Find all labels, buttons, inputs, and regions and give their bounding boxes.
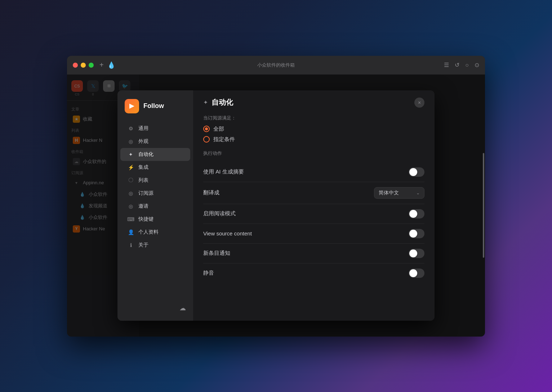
add-button[interactable]: + bbox=[99, 61, 104, 69]
about-icon: ℹ bbox=[128, 242, 134, 248]
app-window: + 💧 小众软件的收件箱 ☰ ↺ ○ ⊙ CS CS 𝕏 0 bbox=[67, 56, 485, 337]
circle-icon[interactable]: ○ bbox=[465, 62, 469, 68]
reader-mode-toggle[interactable] bbox=[409, 209, 424, 218]
radio-all-circle bbox=[203, 126, 210, 132]
action-section-title: 执行动作 bbox=[203, 150, 424, 157]
menu-icon[interactable]: ☰ bbox=[444, 62, 449, 68]
ai-summary-toggle[interactable] bbox=[409, 167, 424, 177]
modal-header: ✦ 自动化 × bbox=[193, 90, 435, 113]
modal-body: 当订阅源满足： 全部 指定条件 执行动作 bbox=[193, 113, 435, 321]
feeds-icon: ◎ bbox=[128, 190, 134, 197]
shortcuts-icon: ⌨ bbox=[128, 216, 134, 222]
app-body: CS CS 𝕏 0 ⊞ 🐦 文章 ★ 收藏 列表 bbox=[67, 75, 485, 337]
radio-all[interactable]: 全部 bbox=[203, 126, 424, 132]
app-name: Follow bbox=[143, 102, 164, 110]
new-item-notify-label: 新条目通知 bbox=[203, 250, 230, 257]
modal-nav-feeds[interactable]: ◎ 订阅源 bbox=[120, 187, 190, 200]
radio-specified-label: 指定条件 bbox=[213, 136, 235, 143]
new-item-notify-toggle[interactable] bbox=[409, 249, 424, 258]
modal-nav-appearance[interactable]: ◎ 外观 bbox=[120, 135, 190, 148]
ai-summary-label: 使用 AI 生成摘要 bbox=[203, 168, 244, 175]
radio-group: 全部 指定条件 bbox=[203, 126, 424, 143]
modal-nav-list[interactable]: 〇 列表 bbox=[120, 174, 190, 187]
drop-icon: 💧 bbox=[107, 61, 115, 69]
refresh-icon[interactable]: ↺ bbox=[455, 62, 459, 68]
cloud-sync-icon[interactable]: ☁ bbox=[179, 304, 186, 312]
modal-sidebar: Follow ⚙ 通用 ◎ 外观 ✦ 自动化 bbox=[117, 90, 193, 321]
mute-toggle[interactable] bbox=[409, 269, 424, 278]
setting-row-translate: 翻译成 简体中文 ⌄ bbox=[203, 182, 424, 204]
radio-all-label: 全部 bbox=[213, 126, 224, 132]
maximize-button[interactable] bbox=[89, 63, 94, 68]
setting-row-new-item-notify: 新条目通知 bbox=[203, 244, 424, 263]
modal-nav-general[interactable]: ⚙ 通用 bbox=[120, 122, 190, 135]
modal-sidebar-bottom: ☁ bbox=[117, 304, 193, 315]
automation-icon: ✦ bbox=[128, 151, 134, 158]
invite-icon: ◎ bbox=[128, 203, 134, 209]
view-source-toggle[interactable] bbox=[409, 229, 424, 238]
modal-title: 自动化 bbox=[212, 98, 233, 107]
appearance-icon: ◎ bbox=[128, 138, 134, 145]
modal-nav-shortcuts[interactable]: ⌨ 快捷键 bbox=[120, 213, 190, 226]
modal-title-icon: ✦ bbox=[203, 99, 208, 106]
title-bar: + 💧 小众软件的收件箱 ☰ ↺ ○ ⊙ bbox=[67, 56, 485, 75]
modal-nav-profile[interactable]: 👤 个人资料 bbox=[120, 226, 190, 239]
translate-dropdown[interactable]: 简体中文 ⌄ bbox=[374, 187, 424, 199]
radio-specified[interactable]: 指定条件 bbox=[203, 136, 424, 143]
title-bar-actions: ☰ ↺ ○ ⊙ bbox=[444, 62, 479, 68]
setting-row-view-source: View source content bbox=[203, 224, 424, 244]
translate-dropdown-value: 简体中文 bbox=[379, 190, 399, 196]
traffic-lights bbox=[73, 63, 94, 68]
close-button[interactable] bbox=[73, 63, 78, 68]
setting-row-ai-summary: 使用 AI 生成摘要 bbox=[203, 162, 424, 182]
profile-icon: 👤 bbox=[128, 229, 134, 235]
setting-row-mute: 静音 bbox=[203, 263, 424, 283]
modal-title-area: ✦ 自动化 bbox=[203, 98, 233, 107]
general-icon: ⚙ bbox=[128, 125, 134, 132]
mute-label: 静音 bbox=[203, 270, 214, 276]
view-source-label: View source content bbox=[203, 230, 252, 236]
setting-row-reader-mode: 启用阅读模式 bbox=[203, 204, 424, 224]
radio-specified-circle bbox=[203, 136, 210, 143]
modal-content: ✦ 自动化 × 当订阅源满足： 全部 bbox=[193, 90, 435, 321]
chevron-down-icon: ⌄ bbox=[416, 190, 420, 195]
settings-modal: Follow ⚙ 通用 ◎ 外观 ✦ 自动化 bbox=[117, 90, 435, 321]
reader-mode-label: 启用阅读模式 bbox=[203, 210, 236, 217]
integration-icon: ⚡ bbox=[128, 164, 134, 171]
window-title: 小众软件的收件箱 bbox=[257, 62, 295, 68]
condition-section-title: 当订阅源满足： bbox=[203, 115, 424, 121]
minimize-button[interactable] bbox=[81, 63, 86, 68]
modal-nav-about[interactable]: ℹ 关于 bbox=[120, 239, 190, 252]
modal-nav-invite[interactable]: ◎ 邀请 bbox=[120, 200, 190, 213]
modal-overlay: Follow ⚙ 通用 ◎ 外观 ✦ 自动化 bbox=[67, 75, 485, 337]
check-circle-icon[interactable]: ⊙ bbox=[475, 62, 479, 68]
modal-close-button[interactable]: × bbox=[414, 98, 424, 108]
list-icon: 〇 bbox=[128, 177, 134, 184]
modal-app-header: Follow bbox=[117, 99, 193, 122]
translate-label: 翻译成 bbox=[203, 189, 219, 196]
app-icon bbox=[125, 99, 139, 113]
modal-nav-integration[interactable]: ⚡ 集成 bbox=[120, 161, 190, 174]
modal-nav-automation[interactable]: ✦ 自动化 bbox=[120, 148, 190, 161]
